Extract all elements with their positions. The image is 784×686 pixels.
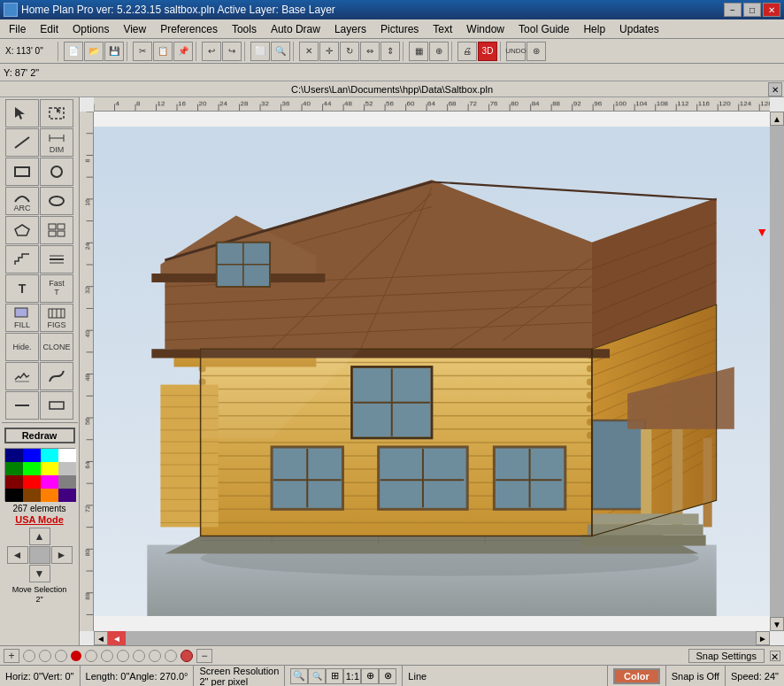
zoom-extra1[interactable]: ⊕ <box>361 668 379 684</box>
palette-color-14[interactable] <box>41 489 58 502</box>
filepath-close[interactable]: ✕ <box>768 82 782 96</box>
move-down-button[interactable]: ▼ <box>29 565 50 582</box>
palette-color-8[interactable] <box>5 475 23 489</box>
palette-color-7[interactable] <box>58 462 76 475</box>
tb-redo[interactable]: ↪ <box>222 42 242 61</box>
tool-select[interactable] <box>5 99 39 127</box>
close-button[interactable]: ✕ <box>763 3 780 17</box>
menu-options[interactable]: Options <box>65 21 116 37</box>
tb-3d[interactable]: 3D <box>478 42 497 61</box>
maximize-button[interactable]: □ <box>743 3 761 17</box>
palette-color-11[interactable] <box>58 475 76 489</box>
scrollbar-right[interactable]: ▲ ▼ <box>770 112 784 631</box>
palette-color-12[interactable] <box>5 489 23 502</box>
tool-terrain[interactable] <box>5 362 39 390</box>
palette-color-10[interactable] <box>41 475 58 489</box>
tool-clone[interactable]: CLONE <box>40 333 73 361</box>
tb-flip-v[interactable]: ⇕ <box>380 42 400 61</box>
tb-new[interactable]: 📄 <box>64 42 83 61</box>
tb-undo-toolbar[interactable]: UNDO <box>506 42 526 61</box>
palette-color-4[interactable] <box>5 462 23 475</box>
layer-dot-1[interactable] <box>23 650 35 662</box>
tb-move[interactable]: ✛ <box>319 42 339 61</box>
tb-undo[interactable]: ↩ <box>202 42 221 61</box>
tool-arc[interactable]: ARC <box>5 187 39 215</box>
tb-rotate[interactable]: ↻ <box>340 42 359 61</box>
menu-updates[interactable]: Updates <box>612 21 666 37</box>
layer-dot-11[interactable] <box>181 650 193 662</box>
menu-window[interactable]: Window <box>459 21 511 37</box>
layer-close[interactable]: ✕ <box>770 651 780 661</box>
layer-dot-5[interactable] <box>85 650 97 662</box>
palette-color-6[interactable] <box>41 462 58 475</box>
tb-print[interactable]: 🖨 <box>457 42 477 61</box>
menu-text[interactable]: Text <box>426 21 459 37</box>
layer-dot-active[interactable] <box>71 651 81 661</box>
palette-color-13[interactable] <box>23 489 41 502</box>
tb-zoom-box[interactable]: ⬜ <box>250 42 270 61</box>
tool-circle[interactable] <box>40 158 73 186</box>
tool-line[interactable] <box>5 128 39 157</box>
tb-flip-h[interactable]: ⇔ <box>360 42 380 61</box>
tool-multi[interactable] <box>40 216 73 244</box>
tool-fast-text[interactable]: FastT <box>40 274 73 303</box>
layer-dot-3[interactable] <box>55 650 67 662</box>
layer-dot-7[interactable] <box>117 650 129 662</box>
scroll-right-button[interactable]: ► <box>756 631 770 645</box>
menu-file[interactable]: File <box>2 21 33 37</box>
layer-dot-10[interactable] <box>165 650 177 662</box>
tb-copy[interactable]: 📋 <box>153 42 173 61</box>
scroll-down-button[interactable]: ▼ <box>770 617 784 631</box>
menu-preferences[interactable]: Preferences <box>153 21 225 37</box>
scroll-home[interactable]: ◄ <box>108 631 126 645</box>
palette-color-9[interactable] <box>23 475 41 489</box>
menu-tool-guide[interactable]: Tool Guide <box>511 21 576 37</box>
layer-dot-8[interactable] <box>133 650 145 662</box>
layer-dot-2[interactable] <box>39 650 51 662</box>
palette-color-3[interactable] <box>58 449 76 462</box>
tool-polygon[interactable] <box>5 216 39 244</box>
minimize-button[interactable]: − <box>724 3 742 17</box>
tool-hide[interactable]: Hide. <box>5 333 39 361</box>
status-color[interactable]: Color <box>608 666 666 686</box>
layer-add-button[interactable]: + <box>4 649 19 663</box>
scroll-track-right[interactable] <box>770 126 784 617</box>
tb-grid[interactable]: ▦ <box>409 42 428 61</box>
scroll-left-button[interactable]: ◄ <box>94 631 108 645</box>
zoom-out-button[interactable]: 🔍 <box>308 668 326 684</box>
tool-figs[interactable]: FIGS <box>40 304 73 332</box>
zoom-extra2[interactable]: ⊗ <box>379 668 396 684</box>
menu-tools[interactable]: Tools <box>225 21 264 37</box>
move-up-button[interactable]: ▲ <box>29 528 50 545</box>
tool-rect2[interactable] <box>40 391 73 420</box>
move-left-button[interactable]: ◄ <box>7 546 28 564</box>
scroll-up-button[interactable]: ▲ <box>770 112 784 126</box>
palette-color-5[interactable] <box>23 462 41 475</box>
menu-auto-draw[interactable]: Auto Draw <box>264 21 327 37</box>
scroll-track-bottom[interactable] <box>126 631 756 645</box>
menu-layers[interactable]: Layers <box>327 21 373 37</box>
redraw-button[interactable]: Redraw <box>4 428 75 443</box>
palette-color-2[interactable] <box>41 449 58 462</box>
tb-extra[interactable]: ⊛ <box>527 42 546 61</box>
menu-pictures[interactable]: Pictures <box>373 21 426 37</box>
zoom-100-button[interactable]: 1:1 <box>343 668 361 684</box>
tool-rect[interactable] <box>5 158 39 186</box>
layer-dot-9[interactable] <box>149 650 161 662</box>
tool-spline[interactable] <box>40 362 73 390</box>
snap-settings-button[interactable]: Snap Settings <box>688 649 765 663</box>
palette-color-0[interactable] <box>5 449 23 462</box>
tool-line2[interactable] <box>5 391 39 420</box>
tb-snap[interactable]: ⊕ <box>429 42 449 61</box>
tool-text[interactable]: T <box>5 274 39 303</box>
layer-remove-button[interactable]: − <box>196 649 212 663</box>
tb-paste[interactable]: 📌 <box>173 42 193 61</box>
layer-dot-6[interactable] <box>101 650 113 662</box>
menu-edit[interactable]: Edit <box>33 21 65 37</box>
tool-stairs[interactable] <box>5 245 39 274</box>
tool-extra[interactable] <box>40 245 73 274</box>
menu-help[interactable]: Help <box>576 21 612 37</box>
move-right-button[interactable]: ► <box>51 546 73 564</box>
tb-cut[interactable]: ✂ <box>133 42 152 61</box>
tb-open[interactable]: 📂 <box>84 42 104 61</box>
